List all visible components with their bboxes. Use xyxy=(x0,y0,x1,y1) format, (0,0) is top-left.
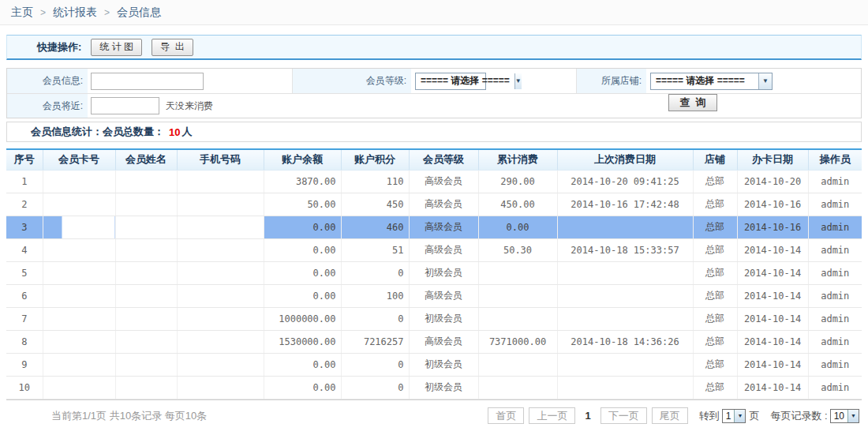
cell-operator: admin xyxy=(808,330,862,353)
cell-name xyxy=(115,261,177,284)
column-header: 操作员 xyxy=(808,149,862,170)
cell-operator: admin xyxy=(808,376,862,399)
cell-total xyxy=(478,307,557,330)
page-summary: 当前第1/1页 共10条记录 每页10条 xyxy=(51,409,207,423)
cell-card_date: 2014-10-14 xyxy=(737,284,808,307)
cell-last_date: 2014-10-18 14:36:26 xyxy=(557,330,693,353)
chevron-down-icon[interactable]: ▼ xyxy=(734,410,745,422)
pagination-bar: 当前第1/1页 共10条记录 每页10条 首页 上一页 1 下一页 尾页 转到 … xyxy=(6,399,862,432)
cell-total: 50.30 xyxy=(478,238,557,261)
column-header: 累计消费 xyxy=(478,149,557,170)
cell-phone xyxy=(177,353,264,376)
cell-no: 8 xyxy=(6,330,43,353)
store-label: 所属店铺: xyxy=(577,69,646,93)
table-row[interactable]: 40.0051高级会员50.302014-10-18 15:33:57总部201… xyxy=(6,238,862,261)
table-row[interactable]: 250.00450高级会员450.002014-10-16 17:42:48总部… xyxy=(6,193,862,216)
cell-points: 450 xyxy=(341,193,409,216)
breadcrumb: 主页 > 统计报表 > 会员信息 xyxy=(0,0,868,25)
store-select-value: ===== 请选择 ===== xyxy=(651,74,758,88)
member-info-input[interactable] xyxy=(91,73,204,90)
cell-store: 总部 xyxy=(693,307,737,330)
cell-name xyxy=(115,330,177,353)
next-page-button[interactable]: 下一页 xyxy=(600,407,647,424)
cell-total: 290.00 xyxy=(478,170,557,193)
cell-last_date xyxy=(557,376,693,399)
chevron-down-icon[interactable]: ▼ xyxy=(847,410,859,422)
cell-name xyxy=(115,307,177,330)
current-page-number: 1 xyxy=(585,410,590,422)
cell-no: 1 xyxy=(6,170,43,193)
cell-level: 初级会员 xyxy=(409,307,478,330)
cell-level: 高级会员 xyxy=(409,330,478,353)
breadcrumb-separator: > xyxy=(40,7,46,18)
cell-last_date: 2014-10-20 09:41:25 xyxy=(557,170,693,193)
table-row[interactable]: 30.00460高级会员0.00总部2014-10-16admin xyxy=(6,216,862,238)
chevron-down-icon[interactable]: ▼ xyxy=(758,73,772,89)
prev-page-button[interactable]: 上一页 xyxy=(529,407,575,424)
cell-level: 初级会员 xyxy=(409,353,478,376)
first-page-button[interactable]: 首页 xyxy=(488,407,524,424)
table-row[interactable]: 90.000初级会员总部2014-10-14admin xyxy=(6,353,862,376)
chart-button[interactable]: 统 计 图 xyxy=(91,39,142,56)
cell-no: 10 xyxy=(6,376,43,399)
filter-row-1: 会员信息: 会员等级: ===== 请选择 ===== ▼ 所属店铺: ====… xyxy=(7,69,861,93)
cell-phone xyxy=(177,261,264,284)
cell-card xyxy=(43,216,115,238)
last-page-button[interactable]: 尾页 xyxy=(652,407,688,424)
table-row[interactable]: 71000000.000初级会员总部2014-10-14admin xyxy=(6,307,862,330)
cell-points: 51 xyxy=(341,238,409,261)
breadcrumb-reports[interactable]: 统计报表 xyxy=(53,6,97,20)
store-select[interactable]: ===== 请选择 ===== ▼ xyxy=(650,73,773,90)
goto-page-select[interactable]: 1 ▼ xyxy=(722,409,746,423)
cell-phone xyxy=(177,307,264,330)
cell-phone xyxy=(177,238,264,261)
cell-card xyxy=(43,170,115,193)
table-row[interactable]: 100.000初级会员总部2014-10-14admin xyxy=(6,376,862,399)
cell-level: 初级会员 xyxy=(409,261,478,284)
cell-card xyxy=(43,238,115,261)
query-button[interactable]: 查 询 xyxy=(668,94,717,111)
breadcrumb-home[interactable]: 主页 xyxy=(11,6,33,20)
column-header: 办卡日期 xyxy=(737,149,808,170)
member-info-label: 会员信息: xyxy=(7,69,88,93)
table-row[interactable]: 60.00100高级会员总部2014-10-14admin xyxy=(6,284,862,307)
column-header: 会员姓名 xyxy=(115,149,177,170)
cell-phone xyxy=(177,376,264,399)
cell-card_date: 2014-10-14 xyxy=(737,353,808,376)
cell-balance: 0.00 xyxy=(264,284,341,307)
breadcrumb-member-info[interactable]: 会员信息 xyxy=(117,6,161,20)
cell-operator: admin xyxy=(808,193,862,216)
table-row[interactable]: 13870.00110高级会员290.002014-10-20 09:41:25… xyxy=(6,170,862,193)
page-size-label: 每页记录数 : xyxy=(770,409,827,423)
cell-level: 高级会员 xyxy=(409,284,478,307)
table-row[interactable]: 50.000初级会员总部2014-10-14admin xyxy=(6,261,862,284)
cell-balance: 0.00 xyxy=(264,261,341,284)
cell-operator: admin xyxy=(808,170,862,193)
cell-points: 100 xyxy=(341,284,409,307)
cell-store: 总部 xyxy=(693,330,737,353)
cell-name xyxy=(115,284,177,307)
page-size-select[interactable]: 10 ▼ xyxy=(830,409,859,423)
cell-store: 总部 xyxy=(693,376,737,399)
table-row[interactable]: 81530000.007216257高级会员7371000.002014-10-… xyxy=(6,330,862,353)
member-level-select-value: ===== 请选择 ===== xyxy=(416,74,514,88)
days-input[interactable] xyxy=(91,97,159,114)
cell-total xyxy=(478,284,557,307)
cell-card_date: 2014-10-14 xyxy=(737,307,808,330)
export-button[interactable]: 导 出 xyxy=(152,39,193,56)
chevron-down-icon[interactable]: ▼ xyxy=(514,73,522,89)
cell-card xyxy=(43,376,115,399)
cell-no: 4 xyxy=(6,238,43,261)
page-size-value: 10 xyxy=(831,411,847,422)
cell-balance: 0.00 xyxy=(264,376,341,399)
column-header: 会员卡号 xyxy=(43,149,115,170)
cell-balance: 1000000.00 xyxy=(264,307,341,330)
cell-operator: admin xyxy=(808,353,862,376)
cell-card_date: 2014-10-14 xyxy=(737,261,808,284)
goto-page-value: 1 xyxy=(723,411,735,422)
filter-panel: 会员信息: 会员等级: ===== 请选择 ===== ▼ 所属店铺: ====… xyxy=(6,68,862,118)
cell-last_date xyxy=(557,216,693,238)
member-total-count: 10 xyxy=(169,126,180,138)
member-level-select[interactable]: ===== 请选择 ===== ▼ xyxy=(415,73,486,90)
cell-store: 总部 xyxy=(693,170,737,193)
